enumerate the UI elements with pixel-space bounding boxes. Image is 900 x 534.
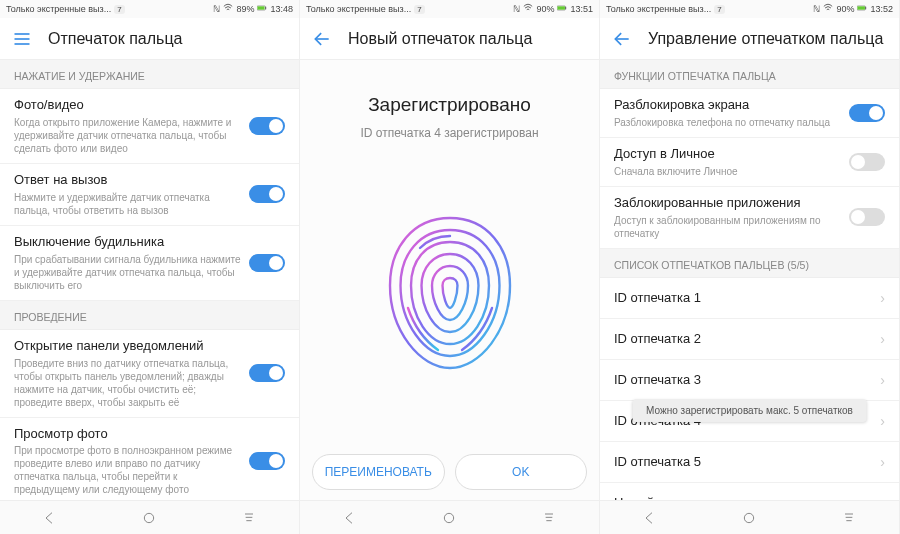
registered-heading: Зарегистрировано [300, 94, 599, 116]
nav-back-icon[interactable] [342, 510, 358, 526]
screen-new-fingerprint: Только экстренные выз... 7 ℕ 90% 13:51 Н… [300, 0, 600, 534]
toggle-alarm-off[interactable] [249, 254, 285, 272]
section-header-functions: ФУНКЦИИ ОТПЕЧАТКА ПАЛЬЦА [600, 60, 899, 89]
carrier-text: Только экстренные выз... [306, 4, 411, 14]
back-arrow-icon[interactable] [312, 29, 332, 49]
fingerprint-entry[interactable]: ID отпечатка 1 › [600, 278, 899, 319]
screen-manage-fingerprints: Только экстренные выз... 7 ℕ 90% 13:52 У… [600, 0, 900, 534]
clock-text: 13:48 [270, 4, 293, 14]
svg-rect-19 [858, 6, 866, 9]
nav-bar [600, 500, 899, 534]
nfc-icon: ℕ [213, 4, 220, 14]
app-bar: Отпечаток пальца [0, 18, 299, 60]
svg-rect-20 [866, 7, 867, 10]
page-title: Новый отпечаток пальца [348, 30, 532, 48]
row-subtitle: При срабатывании сигнала будильника нажм… [14, 253, 241, 292]
fingerprint-label: ID отпечатка 3 [614, 372, 880, 387]
svg-rect-2 [266, 7, 267, 10]
nav-bar [300, 500, 599, 534]
row-subtitle: Когда открыто приложение Камера, нажмите… [14, 116, 241, 155]
nav-bar [0, 500, 299, 534]
ok-button[interactable]: OK [455, 454, 588, 490]
clock-text: 13:51 [570, 4, 593, 14]
row-alarm-off[interactable]: Выключение будильника При срабатывании с… [0, 226, 299, 301]
wifi-icon [523, 3, 533, 15]
svg-point-22 [745, 513, 754, 522]
row-answer-call[interactable]: Ответ на вызов Нажмите и удерживайте дат… [0, 164, 299, 226]
row-photo-view[interactable]: Просмотр фото При просмотре фото в полно… [0, 418, 299, 500]
nav-recent-icon[interactable] [841, 510, 857, 526]
nfc-icon: ℕ [513, 4, 520, 14]
hamburger-icon[interactable] [12, 29, 32, 49]
row-title: Просмотр фото [14, 426, 241, 443]
notif-badge: 7 [414, 5, 424, 14]
battery-text: 90% [836, 4, 854, 14]
row-notif-panel[interactable]: Открытие панели уведомлений Проведите вн… [0, 330, 299, 418]
row-private-access[interactable]: Доступ в Личное Сначала включите Личное [600, 138, 899, 187]
row-locked-apps[interactable]: Заблокированные приложения Доступ к забл… [600, 187, 899, 249]
nav-home-icon[interactable] [441, 510, 457, 526]
nav-recent-icon[interactable] [541, 510, 557, 526]
svg-point-6 [145, 513, 154, 522]
chevron-right-icon: › [880, 372, 885, 388]
new-fingerprint-row[interactable]: Новый отпечаток пальца › [600, 483, 899, 500]
registered-sub: ID отпечатка 4 зарегистрирован [300, 126, 599, 140]
carrier-text: Только экстренные выз... [606, 4, 711, 14]
row-title: Выключение будильника [14, 234, 241, 251]
toggle-unlock[interactable] [849, 104, 885, 122]
chevron-right-icon: › [880, 454, 885, 470]
app-bar: Управление отпечатком пальца [600, 18, 899, 60]
toggle-answer-call[interactable] [249, 185, 285, 203]
page-title: Управление отпечатком пальца [648, 30, 883, 48]
fingerprint-label: ID отпечатка 2 [614, 331, 880, 346]
toast-message: Можно зарегистрировать макс. 5 отпечатко… [632, 399, 867, 422]
row-title: Открытие панели уведомлений [14, 338, 241, 355]
row-title: Фото/видео [14, 97, 241, 114]
wifi-icon [223, 3, 233, 15]
nav-home-icon[interactable] [741, 510, 757, 526]
battery-icon [857, 3, 867, 15]
battery-icon [257, 3, 267, 15]
nav-back-icon[interactable] [642, 510, 658, 526]
fingerprint-label: ID отпечатка 5 [614, 454, 880, 469]
fingerprint-entry[interactable]: ID отпечатка 5 › [600, 442, 899, 483]
row-subtitle: При просмотре фото в полноэкранном режим… [14, 444, 241, 496]
nav-home-icon[interactable] [141, 510, 157, 526]
row-subtitle: Сначала включите Личное [614, 165, 841, 178]
nav-recent-icon[interactable] [241, 510, 257, 526]
back-arrow-icon[interactable] [612, 29, 632, 49]
fingerprint-entry[interactable]: ID отпечатка 3 › [600, 360, 899, 401]
row-subtitle: Нажмите и удерживайте датчик отпечатка п… [14, 191, 241, 217]
row-photo-video[interactable]: Фото/видео Когда открыто приложение Каме… [0, 89, 299, 164]
wifi-icon [823, 3, 833, 15]
svg-rect-12 [566, 7, 567, 10]
section-header-press: НАЖАТИЕ И УДЕРЖАНИЕ [0, 60, 299, 89]
toggle-locked-apps[interactable] [849, 208, 885, 226]
toggle-private[interactable] [849, 153, 885, 171]
row-unlock-screen[interactable]: Разблокировка экрана Разблокировка телеф… [600, 89, 899, 138]
chevron-right-icon: › [880, 331, 885, 347]
section-header-ids: СПИСОК ОТПЕЧАТКОВ ПАЛЬЦЕВ (5/5) [600, 249, 899, 278]
row-title: Заблокированные приложения [614, 195, 841, 212]
notif-badge: 7 [114, 5, 124, 14]
app-bar: Новый отпечаток пальца [300, 18, 599, 60]
fingerprint-graphic [300, 140, 599, 446]
toggle-photo-video[interactable] [249, 117, 285, 135]
status-bar: Только экстренные выз... 7 ℕ 90% 13:51 [300, 0, 599, 18]
toggle-notif-panel[interactable] [249, 364, 285, 382]
settings-list: НАЖАТИЕ И УДЕРЖАНИЕ Фото/видео Когда отк… [0, 60, 299, 500]
screen-fingerprint-settings: Только экстренные выз... 7 ℕ 89% 13:48 О… [0, 0, 300, 534]
toggle-photo-view[interactable] [249, 452, 285, 470]
fingerprint-entry[interactable]: ID отпечатка 2 › [600, 319, 899, 360]
manage-content: ФУНКЦИИ ОТПЕЧАТКА ПАЛЬЦА Разблокировка э… [600, 60, 899, 500]
rename-button[interactable]: ПЕРЕИМЕНОВАТЬ [312, 454, 445, 490]
battery-text: 89% [236, 4, 254, 14]
row-subtitle: Доступ к заблокированным приложениям по … [614, 214, 841, 240]
section-header-swipe: ПРОВЕДЕНИЕ [0, 301, 299, 330]
nav-back-icon[interactable] [42, 510, 58, 526]
fingerprint-label: ID отпечатка 1 [614, 290, 880, 305]
button-row: ПЕРЕИМЕНОВАТЬ OK [300, 446, 599, 500]
carrier-text: Только экстренные выз... [6, 4, 111, 14]
row-title: Ответ на вызов [14, 172, 241, 189]
nfc-icon: ℕ [813, 4, 820, 14]
